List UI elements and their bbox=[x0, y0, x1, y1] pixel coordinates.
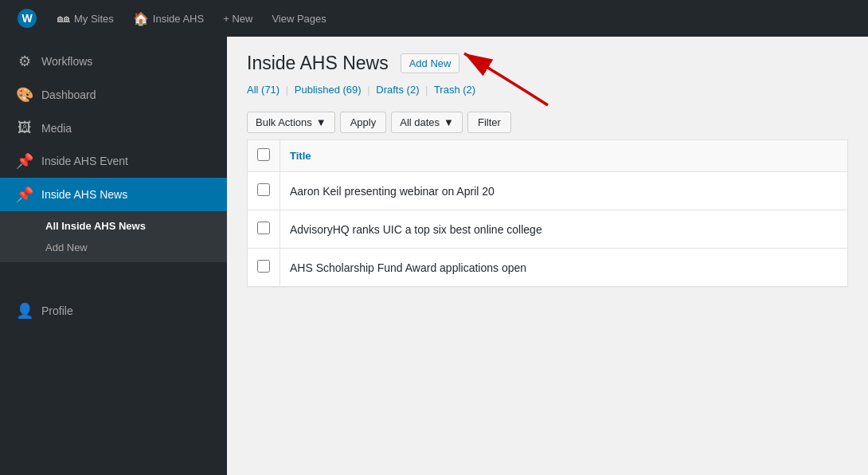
row-title-cell: AdvisoryHQ ranks UIC a top six best onli… bbox=[280, 210, 848, 249]
gear-icon: ⚙ bbox=[16, 53, 33, 70]
apply-button[interactable]: Apply bbox=[340, 112, 387, 133]
filter-published-link[interactable]: Published (69) bbox=[295, 84, 362, 96]
filter-links: All (71) | Published (69) | Drafts (2) |… bbox=[247, 84, 848, 96]
sidebar-item-label: Inside AHS News bbox=[41, 188, 127, 201]
filter-button[interactable]: Filter bbox=[467, 112, 511, 133]
media-icon: 🖼 bbox=[16, 120, 33, 136]
select-all-checkbox[interactable] bbox=[257, 148, 270, 161]
all-dates-label: All dates bbox=[400, 116, 440, 128]
row-checkbox-cell bbox=[248, 210, 280, 249]
my-sites-icon: 🏘 bbox=[57, 11, 70, 26]
sidebar-item-inside-ahs-event[interactable]: 📌 Inside AHS Event bbox=[0, 144, 227, 178]
row-checkbox-cell bbox=[248, 172, 280, 210]
sep1: | bbox=[286, 84, 288, 96]
toolbar: Bulk Actions ▼ Apply All dates ▼ Filter bbox=[247, 105, 848, 139]
sidebar: ⚙ Workflows 🎨 Dashboard 🖼 Media 📌 Inside… bbox=[0, 37, 227, 475]
row-checkbox-cell bbox=[248, 249, 280, 287]
inside-ahs-button[interactable]: 🏠 Inside AHS bbox=[125, 0, 212, 37]
all-dates-arrow-icon: ▼ bbox=[444, 116, 454, 128]
sidebar-item-media[interactable]: 🖼 Media bbox=[0, 112, 227, 144]
inside-ahs-icon: 🏠 bbox=[133, 11, 149, 26]
all-dates-select[interactable]: All dates ▼ bbox=[391, 112, 463, 133]
row-title-cell: AHS Scholarship Fund Award applications … bbox=[280, 249, 848, 287]
inside-ahs-label: Inside AHS bbox=[153, 13, 204, 25]
my-sites-button[interactable]: 🏘 My Sites bbox=[49, 0, 122, 37]
sep2: | bbox=[367, 84, 369, 96]
new-label: + New bbox=[223, 13, 252, 25]
profile-icon: 👤 bbox=[16, 302, 33, 320]
pin-active-icon: 📌 bbox=[16, 186, 33, 203]
sep3: | bbox=[425, 84, 428, 96]
table-header-title: Title bbox=[280, 140, 848, 172]
bulk-actions-arrow-icon: ▼ bbox=[316, 116, 326, 128]
new-button[interactable]: + New bbox=[215, 0, 260, 37]
view-pages-label: View Pages bbox=[272, 13, 326, 25]
row-title-cell: Aaron Keil presenting webinar on April 2… bbox=[280, 172, 848, 210]
sidebar-item-label: Media bbox=[41, 122, 72, 135]
view-pages-button[interactable]: View Pages bbox=[264, 0, 334, 37]
wp-logo-button[interactable]: W bbox=[8, 0, 46, 37]
table-header-checkbox bbox=[248, 140, 280, 172]
dashboard-icon: 🎨 bbox=[16, 86, 33, 104]
sidebar-item-inside-ahs-news[interactable]: 📌 Inside AHS News bbox=[0, 178, 227, 211]
page-header: Inside AHS News Add New bbox=[247, 53, 848, 74]
sidebar-submenu-item-add-new[interactable]: Add New bbox=[0, 237, 227, 258]
filter-drafts-link[interactable]: Drafts (2) bbox=[376, 84, 419, 96]
layout: ⚙ Workflows 🎨 Dashboard 🖼 Media 📌 Inside… bbox=[0, 37, 868, 475]
sidebar-item-label: Workflows bbox=[41, 55, 92, 68]
pin-icon: 📌 bbox=[16, 152, 33, 170]
submenu-all-label: All Inside AHS News bbox=[45, 220, 146, 232]
page-title: Inside AHS News bbox=[247, 53, 389, 74]
sidebar-submenu: All Inside AHS News Add New bbox=[0, 211, 227, 262]
bulk-actions-label: Bulk Actions bbox=[256, 116, 312, 128]
row-checkbox[interactable] bbox=[257, 222, 270, 234]
sidebar-item-dashboard[interactable]: 🎨 Dashboard bbox=[0, 78, 227, 112]
admin-bar: W 🏘 My Sites 🏠 Inside AHS + New View Pag… bbox=[0, 0, 868, 37]
title-sort-link[interactable]: Title bbox=[290, 150, 311, 162]
sidebar-item-label: Inside AHS Event bbox=[41, 155, 128, 167]
table-row: AHS Scholarship Fund Award applications … bbox=[248, 249, 848, 287]
submenu-add-new-label: Add New bbox=[45, 241, 88, 253]
sidebar-item-label: Dashboard bbox=[41, 88, 96, 101]
row-checkbox[interactable] bbox=[257, 260, 270, 273]
sidebar-submenu-item-all[interactable]: All Inside AHS News bbox=[0, 215, 227, 237]
add-new-button[interactable]: Add New bbox=[401, 53, 460, 73]
filter-all-link[interactable]: All (71) bbox=[247, 84, 280, 96]
table-row: AdvisoryHQ ranks UIC a top six best onli… bbox=[248, 210, 848, 249]
my-sites-label: My Sites bbox=[74, 13, 114, 25]
sidebar-item-workflows[interactable]: ⚙ Workflows bbox=[0, 45, 227, 78]
row-checkbox[interactable] bbox=[257, 183, 270, 196]
bulk-actions-select[interactable]: Bulk Actions ▼ bbox=[247, 112, 335, 133]
add-new-container: Add New bbox=[401, 53, 460, 73]
posts-table: Title Aaron Keil presenting webinar on A… bbox=[247, 139, 848, 287]
sidebar-item-profile[interactable]: 👤 Profile bbox=[0, 294, 227, 328]
wp-icon: W bbox=[18, 9, 37, 28]
sidebar-profile-label: Profile bbox=[41, 304, 73, 317]
filter-trash-link[interactable]: Trash (2) bbox=[434, 84, 475, 96]
main-content: Inside AHS News Add New All (71) | Publi… bbox=[227, 37, 868, 475]
table-row: Aaron Keil presenting webinar on April 2… bbox=[248, 172, 848, 210]
annotation-arrow bbox=[456, 45, 552, 109]
